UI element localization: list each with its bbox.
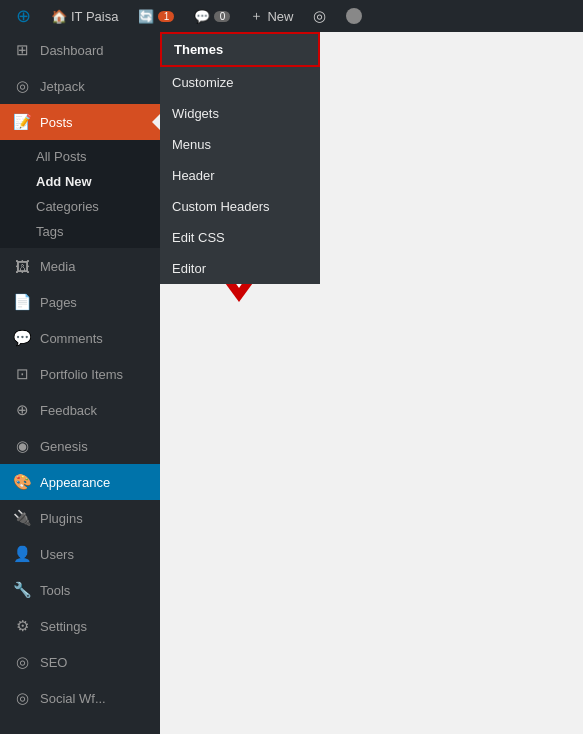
sidebar-item-appearance[interactable]: 🎨 Appearance <box>0 464 160 500</box>
seo-icon: ◎ <box>12 652 32 672</box>
pages-icon: 📄 <box>12 292 32 312</box>
dashboard-icon: ⊞ <box>12 40 32 60</box>
sidebar: ⊞ Dashboard ◎ Jetpack 📝 Posts All Posts … <box>0 32 160 734</box>
sidebar-item-portfolio[interactable]: ⊡ Portfolio Items <box>0 356 160 392</box>
jetpack-label: Jetpack <box>40 79 85 94</box>
plus-icon: ＋ <box>250 7 263 25</box>
posts-label: Posts <box>40 115 73 130</box>
updates-badge: 1 <box>158 11 174 22</box>
pages-label: Pages <box>40 295 77 310</box>
comments-button[interactable]: 💬 0 <box>186 0 238 32</box>
media-icon: 🖼 <box>12 256 32 276</box>
custom-headers-link[interactable]: Custom Headers <box>160 191 320 222</box>
customize-label: Customize <box>172 75 233 90</box>
genesis-icon: ◉ <box>12 436 32 456</box>
socialwf-icon: ◎ <box>12 688 32 708</box>
sidebar-item-media[interactable]: 🖼 Media <box>0 248 160 284</box>
themes-label: Themes <box>174 42 223 57</box>
comments-badge: 0 <box>214 11 230 22</box>
all-posts-link[interactable]: All Posts <box>0 144 160 169</box>
appearance-submenu: Themes Customize Widgets Menus Header Cu… <box>160 32 320 284</box>
plugins-icon: 🔌 <box>12 508 32 528</box>
feedback-label: Feedback <box>40 403 97 418</box>
appearance-label: Appearance <box>40 475 110 490</box>
edit-css-link[interactable]: Edit CSS <box>160 222 320 253</box>
wp-logo-button[interactable]: ⊕ <box>8 0 39 32</box>
jetpack-icon: ◎ <box>313 7 326 25</box>
wp-logo-icon: ⊕ <box>16 5 31 27</box>
jetpack-sidebar-icon: ◎ <box>12 76 32 96</box>
posts-arrow <box>152 114 160 130</box>
sidebar-item-posts[interactable]: 📝 Posts <box>0 104 160 140</box>
custom-headers-label: Custom Headers <box>172 199 270 214</box>
updates-icon: 🔄 <box>138 9 154 24</box>
new-button[interactable]: ＋ New <box>242 0 301 32</box>
header-link[interactable]: Header <box>160 160 320 191</box>
add-new-link[interactable]: Add New <box>0 169 160 194</box>
sidebar-item-settings[interactable]: ⚙ Settings <box>0 608 160 644</box>
genesis-label: Genesis <box>40 439 88 454</box>
sidebar-item-tools[interactable]: 🔧 Tools <box>0 572 160 608</box>
sidebar-item-genesis[interactable]: ◉ Genesis <box>0 428 160 464</box>
plugins-label: Plugins <box>40 511 83 526</box>
comments-sidebar-icon: 💬 <box>12 328 32 348</box>
tools-label: Tools <box>40 583 70 598</box>
menus-label: Menus <box>172 137 211 152</box>
widgets-link[interactable]: Widgets <box>160 98 320 129</box>
site-name-button[interactable]: 🏠 IT Paisa <box>43 0 126 32</box>
profile-button[interactable] <box>338 0 370 32</box>
media-label: Media <box>40 259 75 274</box>
appearance-icon: 🎨 <box>12 472 32 492</box>
sidebar-item-dashboard[interactable]: ⊞ Dashboard <box>0 32 160 68</box>
content-area: Themes Customize Widgets Menus Header Cu… <box>160 32 583 734</box>
widgets-label: Widgets <box>172 106 219 121</box>
editor-link[interactable]: Editor <box>160 253 320 284</box>
tools-icon: 🔧 <box>12 580 32 600</box>
users-label: Users <box>40 547 74 562</box>
themes-highlight-box: Themes <box>160 32 320 67</box>
settings-icon: ⚙ <box>12 616 32 636</box>
jetpack-button[interactable]: ◎ <box>305 0 334 32</box>
admin-bar: ⊕ 🏠 IT Paisa 🔄 1 💬 0 ＋ New ◎ <box>0 0 583 32</box>
updates-button[interactable]: 🔄 1 <box>130 0 182 32</box>
sidebar-item-users[interactable]: 👤 Users <box>0 536 160 572</box>
sidebar-item-comments[interactable]: 💬 Comments <box>0 320 160 356</box>
sidebar-item-jetpack[interactable]: ◎ Jetpack <box>0 68 160 104</box>
portfolio-icon: ⊡ <box>12 364 32 384</box>
sidebar-item-socialwf[interactable]: ◎ Social Wf... <box>0 680 160 716</box>
menus-link[interactable]: Menus <box>160 129 320 160</box>
users-icon: 👤 <box>12 544 32 564</box>
dashboard-label: Dashboard <box>40 43 104 58</box>
sidebar-item-feedback[interactable]: ⊕ Feedback <box>0 392 160 428</box>
seo-label: SEO <box>40 655 67 670</box>
comments-sidebar-label: Comments <box>40 331 103 346</box>
categories-link[interactable]: Categories <box>0 194 160 219</box>
portfolio-label: Portfolio Items <box>40 367 123 382</box>
feedback-icon: ⊕ <box>12 400 32 420</box>
header-label: Header <box>172 168 215 183</box>
posts-icon: 📝 <box>12 112 32 132</box>
sidebar-item-seo[interactable]: ◎ SEO <box>0 644 160 680</box>
main-layout: ⊞ Dashboard ◎ Jetpack 📝 Posts All Posts … <box>0 32 583 734</box>
avatar <box>346 8 362 24</box>
sidebar-item-plugins[interactable]: 🔌 Plugins <box>0 500 160 536</box>
new-label: New <box>267 9 293 24</box>
themes-link[interactable]: Themes <box>162 34 318 65</box>
comments-icon: 💬 <box>194 9 210 24</box>
edit-css-label: Edit CSS <box>172 230 225 245</box>
socialwf-label: Social Wf... <box>40 691 106 706</box>
settings-label: Settings <box>40 619 87 634</box>
home-icon: 🏠 <box>51 9 67 24</box>
sidebar-item-pages[interactable]: 📄 Pages <box>0 284 160 320</box>
tags-link[interactable]: Tags <box>0 219 160 244</box>
editor-label: Editor <box>172 261 206 276</box>
site-name: IT Paisa <box>71 9 118 24</box>
customize-link[interactable]: Customize <box>160 67 320 98</box>
posts-submenu: All Posts Add New Categories Tags <box>0 140 160 248</box>
